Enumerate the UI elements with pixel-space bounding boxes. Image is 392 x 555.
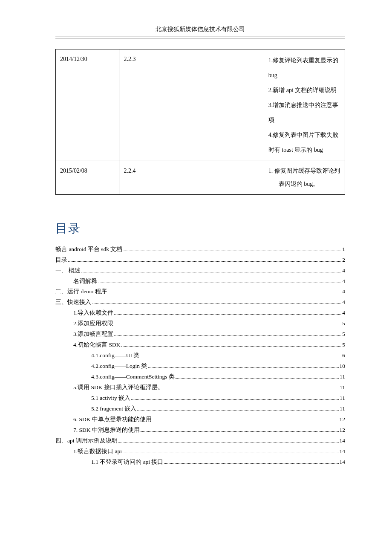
toc-page: 4 [342,297,345,308]
toc-entry[interactable]: 名词解释4 [55,276,345,287]
cell-notes: 1. 修复图片缓存导致评论列表闪退的 bug。 [264,161,345,195]
toc-leader [176,378,339,379]
table-row: 2014/12/302.2.31.修复评论列表重复显示的 bug2.新增 api… [56,49,345,161]
toc-label: 4.2.config——Login 类 [91,361,147,372]
toc-entry[interactable]: 4.初始化畅言 SDK5 [55,340,345,350]
note-item: 1.修复评论列表重复显示的 bug [268,53,340,83]
toc-leader [140,357,341,357]
toc-leader [121,346,342,347]
toc-label: 4.3.config——CommentSettings 类 [91,372,175,382]
toc-page: 4 [342,286,345,297]
toc-leader [164,463,339,464]
toc-page: 11 [340,393,345,404]
toc-label: 5.调用 SDK 接口插入评论框浮层。 [73,382,164,393]
toc-page: 10 [340,361,346,372]
toc-label: 5.1 activity 嵌入 [91,393,130,404]
toc-leader [114,314,341,315]
toc-leader [141,431,339,432]
table-row: 2015/02/082.2.41. 修复图片缓存导致评论列表闪退的 bug。 [56,161,345,195]
toc-label: 4.1.config——UI 类 [91,350,139,361]
toc-leader [137,410,339,410]
toc-entry[interactable]: 1.导入依赖文件4 [55,308,345,318]
toc-page: 14 [340,446,346,457]
toc-leader [114,335,341,336]
cell-date: 2015/02/08 [56,161,119,195]
cell-version: 2.2.4 [119,161,183,195]
toc-entry[interactable]: 5.1 activity 嵌入11 [55,393,345,404]
header-divider [55,38,345,38]
toc-page: 4 [342,266,345,276]
toc-page: 14 [340,436,346,446]
version-table: 2014/12/302.2.31.修复评论列表重复显示的 bug2.新增 api… [55,49,345,195]
toc-leader [81,272,341,272]
toc-label: 1.导入依赖文件 [73,308,113,318]
toc-page: 5 [342,329,345,340]
toc-leader [92,304,341,304]
toc-entry[interactable]: 1.畅言数据接口 api14 [55,446,345,457]
toc-leader [118,442,339,442]
toc-entry[interactable]: 7. SDK 中消息推送的使用12 [55,425,345,436]
toc-entry[interactable]: 四、api 调用示例及说明14 [55,436,345,446]
toc-entry[interactable]: 5.调用 SDK 接口插入评论框浮层。11 [55,382,345,393]
note-item: 4.修复列表中图片下载失败时有 toast 显示的 bug [268,127,340,157]
cell-empty [183,49,264,161]
toc-label: 四、api 调用示例及说明 [55,436,118,446]
toc-label: 1.1 不登录可访问的 api 接口 [91,457,164,468]
toc-entry[interactable]: 三、快速接入4 [55,297,345,308]
toc-leader [124,251,342,251]
cell-date: 2014/12/30 [56,49,119,161]
toc-leader [153,421,339,421]
cell-notes: 1.修复评论列表重复显示的 bug2.新增 api 文档的详细说明3.增加消息推… [264,49,345,161]
toc-entry[interactable]: 4.2.config——Login 类10 [55,361,345,372]
toc-page: 4 [342,276,345,287]
note-item: 3.增加消息推送中的注意事项 [268,98,340,127]
toc-entry[interactable]: 4.3.config——CommentSettings 类11 [55,372,345,382]
toc-label: 名词解释 [73,276,97,287]
toc-label: 三、快速接入 [55,297,91,308]
toc-label: 2.添加应用权限 [73,318,113,329]
toc-page: 1 [342,244,345,255]
toc-entry[interactable]: 1.1 不登录可访问的 api 接口14 [55,457,345,468]
toc-entry[interactable]: 二、运行 demo 程序4 [55,286,345,297]
toc-page: 12 [340,425,346,436]
toc-page: 6 [342,350,345,361]
toc-label: 二、运行 demo 程序 [55,286,107,297]
toc-leader [114,325,341,325]
toc-label: 畅言 android 平台 sdk 文档 [55,244,123,255]
toc-label: 目录 [55,255,67,266]
toc-leader [108,293,342,293]
toc-label: 5.2 fragement 嵌入 [91,404,136,414]
toc-entry[interactable]: 一、 概述4 [55,266,345,276]
toc-leader [98,283,341,283]
toc-entry[interactable]: 3.添加畅言配置5 [55,329,345,340]
toc-leader [123,453,339,453]
toc: 畅言 android 平台 sdk 文档1目录2一、 概述4名词解释4二、运行 … [55,244,345,468]
toc-label: 7. SDK 中消息推送的使用 [73,425,140,436]
toc-leader [68,261,341,262]
toc-leader [148,367,338,368]
toc-heading: 目录 [55,220,345,237]
toc-page: 11 [340,404,345,414]
toc-entry[interactable]: 6. SDK 中单点登录功能的使用12 [55,414,345,425]
toc-label: 3.添加畅言配置 [73,329,113,340]
note-item: 1. 修复图片缓存导致评论列表闪退的 bug。 [268,165,340,191]
toc-label: 6. SDK 中单点登录功能的使用 [73,414,152,425]
toc-page: 12 [340,414,346,425]
toc-entry[interactable]: 畅言 android 平台 sdk 文档1 [55,244,345,255]
toc-label: 4.初始化畅言 SDK [73,340,121,350]
toc-entry[interactable]: 5.2 fragement 嵌入11 [55,404,345,414]
toc-label: 一、 概述 [55,266,81,276]
toc-page: 5 [342,318,345,329]
toc-entry[interactable]: 4.1.config——UI 类6 [55,350,345,361]
cell-empty [183,161,264,195]
toc-leader [131,399,339,400]
toc-page: 2 [342,255,345,266]
toc-page: 11 [340,372,345,382]
toc-page: 4 [342,308,345,318]
toc-entry[interactable]: 2.添加应用权限5 [55,318,345,329]
toc-entry[interactable]: 目录2 [55,255,345,266]
toc-page: 11 [340,382,345,393]
toc-page: 14 [340,457,346,468]
cell-version: 2.2.3 [119,49,183,161]
note-item: 2.新增 api 文档的详细说明 [268,83,340,98]
